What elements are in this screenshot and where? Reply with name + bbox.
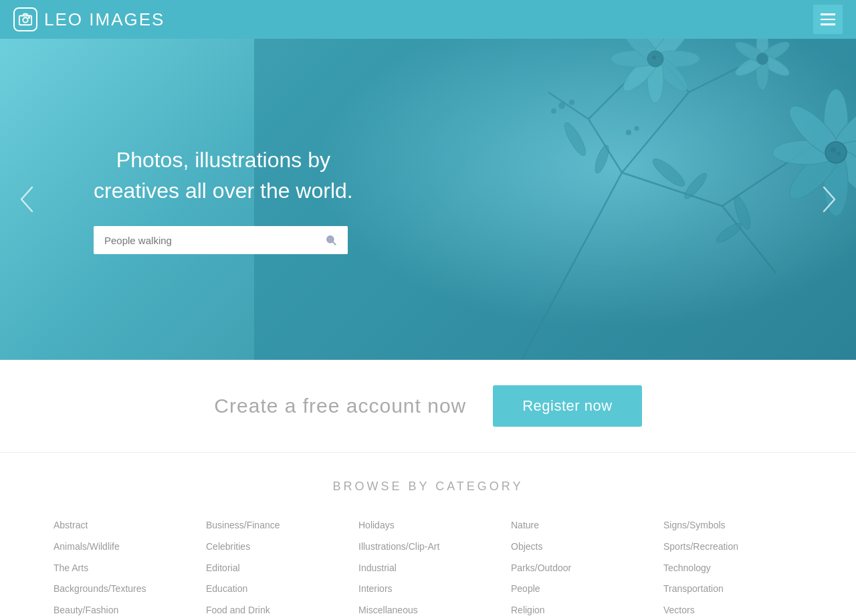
- category-food-drink[interactable]: Food and Drink: [206, 603, 345, 616]
- next-arrow[interactable]: [816, 186, 843, 213]
- search-bar: [94, 226, 348, 254]
- category-miscellaneous[interactable]: Miscellaneous: [358, 603, 498, 616]
- category-column-5: Signs/Symbols Sports/Recreation Technolo…: [663, 518, 802, 616]
- svg-point-22: [825, 142, 847, 163]
- category-animals-wildlife[interactable]: Animals/Wildlife: [54, 539, 193, 555]
- camera-icon: [13, 7, 37, 31]
- hero-content: Photos, illustrations by creatives all o…: [0, 144, 353, 255]
- category-vectors[interactable]: Vectors: [663, 603, 802, 616]
- hero-section: Photos, illustrations by creatives all o…: [0, 39, 856, 360]
- svg-point-24: [837, 152, 841, 156]
- category-column-4: Nature Objects Parks/Outdoor People Reli…: [511, 518, 650, 616]
- cta-section: Create a free account now Register now: [0, 360, 856, 453]
- svg-point-49: [569, 100, 574, 105]
- category-beauty-fashion[interactable]: Beauty/Fashion: [54, 603, 193, 616]
- category-backgrounds-textures[interactable]: Backgrounds/Textures: [54, 581, 193, 597]
- category-illustrations-clipart[interactable]: Illustrations/Clip-Art: [358, 539, 498, 555]
- category-people[interactable]: People: [511, 581, 650, 597]
- search-input[interactable]: [94, 227, 314, 254]
- category-transportation[interactable]: Transportation: [663, 581, 802, 597]
- svg-point-50: [551, 108, 556, 114]
- category-the-arts[interactable]: The Arts: [54, 560, 193, 577]
- category-interiors[interactable]: Interiors: [358, 581, 498, 597]
- svg-line-54: [333, 242, 336, 245]
- search-button[interactable]: [314, 226, 348, 254]
- menu-line-1: [821, 13, 835, 15]
- svg-point-2: [29, 17, 30, 18]
- category-religion[interactable]: Religion: [511, 603, 650, 616]
- category-parks-outdoor[interactable]: Parks/Outdoor: [511, 560, 650, 577]
- category-technology[interactable]: Technology: [663, 560, 802, 577]
- register-button[interactable]: Register now: [493, 385, 641, 427]
- svg-point-51: [626, 130, 631, 135]
- menu-line-2: [821, 19, 835, 21]
- category-column-3: Holidays Illustrations/Clip-Art Industri…: [358, 518, 498, 616]
- categories-section: BROWSE BY CATEGORY Abstract Animals/Wild…: [0, 453, 856, 616]
- category-holidays[interactable]: Holidays: [358, 518, 498, 534]
- cta-text: Create a free account now: [214, 395, 466, 417]
- menu-button[interactable]: [813, 5, 843, 34]
- category-column-2: Business/Finance Celebrities Editorial E…: [206, 518, 345, 616]
- logo-area: LEO IMAGES: [13, 7, 165, 31]
- logo-text: LEO IMAGES: [44, 9, 165, 30]
- category-business-finance[interactable]: Business/Finance: [206, 518, 345, 534]
- category-signs-symbols[interactable]: Signs/Symbols: [663, 518, 802, 534]
- header: LEO IMAGES: [0, 0, 856, 39]
- category-nature[interactable]: Nature: [511, 518, 650, 534]
- svg-point-23: [831, 147, 836, 152]
- svg-point-34: [652, 56, 656, 60]
- svg-point-41: [756, 53, 768, 65]
- category-objects[interactable]: Objects: [511, 539, 650, 555]
- hero-title: Photos, illustrations by creatives all o…: [94, 144, 353, 207]
- category-column-1: Abstract Animals/Wildlife The Arts Backg…: [54, 518, 193, 616]
- category-industrial[interactable]: Industrial: [358, 560, 498, 577]
- menu-line-3: [821, 23, 835, 25]
- category-editorial[interactable]: Editorial: [206, 560, 345, 577]
- categories-grid: Abstract Animals/Wildlife The Arts Backg…: [54, 518, 802, 616]
- svg-point-52: [635, 126, 639, 131]
- prev-arrow[interactable]: [13, 186, 40, 213]
- category-sports-recreation[interactable]: Sports/Recreation: [663, 539, 802, 555]
- category-education[interactable]: Education: [206, 581, 345, 597]
- category-celebrities[interactable]: Celebrities: [206, 539, 345, 555]
- svg-point-1: [23, 17, 27, 22]
- categories-heading: BROWSE BY CATEGORY: [54, 480, 802, 494]
- category-abstract[interactable]: Abstract: [54, 518, 193, 534]
- svg-point-48: [558, 102, 565, 109]
